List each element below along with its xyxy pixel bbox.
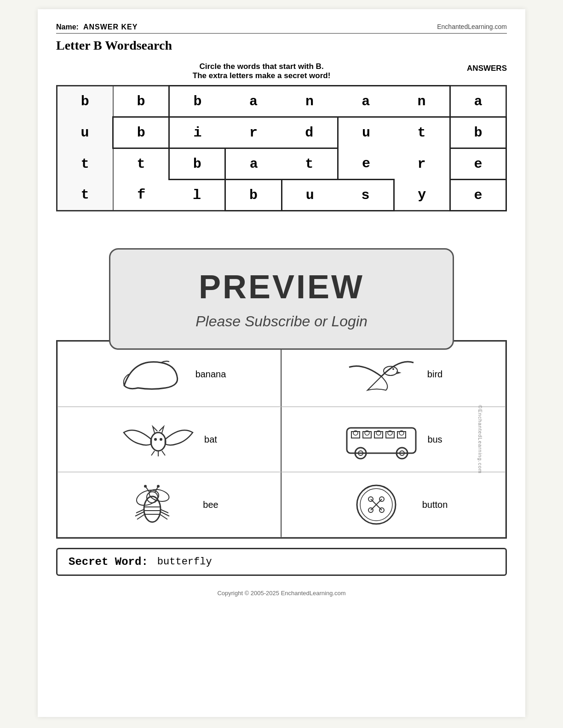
secret-word-box: Secret Word: butterfly (56, 548, 507, 576)
svg-rect-10 (397, 432, 406, 438)
cell-2-3: r (225, 117, 282, 148)
ws-row-4: t f l b u s y e (57, 180, 506, 211)
cell-3-3: a (225, 148, 282, 180)
bus-label: bus (427, 434, 442, 445)
pic-bird: bird (282, 341, 506, 407)
pic-banana: banana (57, 341, 282, 407)
ws-row-2: u b i r d u t b (57, 117, 506, 148)
svg-rect-7 (363, 432, 371, 438)
svg-point-1 (392, 368, 394, 370)
cell-3-4: t (282, 148, 338, 180)
name-section: Name: ANSWER KEY (56, 23, 138, 31)
preview-title: PREVIEW (138, 268, 425, 306)
side-watermark: ©EnchantedLearning.com (477, 405, 483, 473)
site-name: EnchantedLearning.com (437, 23, 507, 30)
cell-1-6: n (394, 86, 450, 117)
name-label: Name: (56, 23, 79, 31)
cell-1-7: a (450, 86, 506, 117)
instruction-line2: The extra letters make a secret word! (56, 71, 467, 80)
page-title: Letter B Wordsearch (56, 38, 507, 53)
cell-1-2: b (169, 86, 225, 117)
footer-copyright: Copyright © 2005-2025 EnchantedLearning.… (56, 590, 507, 597)
cell-4-4: u (282, 180, 338, 211)
cell-3-1: t (113, 148, 169, 180)
name-value: ANSWER KEY (83, 23, 138, 31)
svg-rect-9 (386, 432, 394, 438)
preview-overlay: PREVIEW Please Subscribe or Login (109, 248, 454, 350)
cell-3-7: e (450, 148, 506, 180)
secret-word-value: butterfly (157, 556, 212, 568)
svg-rect-8 (374, 432, 383, 438)
cell-1-3: a (225, 86, 282, 117)
cell-2-2: i (169, 117, 225, 148)
cell-4-6: y (394, 180, 450, 211)
cell-1-4: n (282, 86, 338, 117)
ws-row-3: t t b a t e r e (57, 148, 506, 180)
cell-4-3: b (225, 180, 282, 211)
cell-4-5: s (338, 180, 394, 211)
svg-point-28 (144, 485, 147, 488)
pic-bee: bee (57, 472, 282, 537)
answers-label: ANSWERS (467, 64, 507, 73)
button-drawing (339, 482, 413, 528)
pic-bat: bat (57, 407, 282, 472)
svg-point-30 (157, 485, 160, 488)
cell-3-5: e (338, 148, 394, 180)
cell-1-1: b (113, 86, 169, 117)
bat-label: bat (204, 434, 217, 445)
cell-4-2: l (169, 180, 225, 211)
pictures-section: banana bird (56, 340, 507, 539)
cell-2-6: t (394, 117, 450, 148)
left-t2: t (57, 180, 113, 211)
svg-point-3 (154, 438, 157, 441)
bird-drawing (345, 351, 418, 397)
wordsearch-grid: b b b a n a n a u b i r d u t (56, 85, 507, 211)
cell-3-6: r (394, 148, 450, 180)
banana-drawing (113, 351, 186, 397)
banana-label: banana (195, 369, 226, 380)
left-u: u (57, 117, 113, 148)
page: Name: ANSWER KEY EnchantedLearning.com L… (38, 9, 525, 717)
cell-2-7: b (450, 117, 506, 148)
svg-rect-6 (351, 432, 360, 438)
header: Name: ANSWER KEY EnchantedLearning.com (56, 23, 507, 34)
pic-bus: bus (282, 407, 506, 472)
ws-table: b b b a n a n a u b i r d u t (56, 85, 507, 211)
svg-point-22 (144, 496, 161, 522)
bee-label: bee (203, 500, 218, 510)
bee-drawing (120, 482, 194, 528)
cell-2-5: u (338, 117, 394, 148)
cell-2-4: d (282, 117, 338, 148)
svg-point-4 (160, 438, 162, 441)
bus-drawing (345, 416, 418, 462)
svg-point-2 (151, 432, 166, 451)
cell-1-5: a (338, 86, 394, 117)
preview-subtitle: Please Subscribe or Login (138, 313, 425, 330)
left-t1: t (57, 148, 113, 180)
ws-row-1: b b b a n a n a (57, 86, 506, 117)
pictures-section-wrapper: banana bird (56, 340, 507, 539)
secret-word-label: Secret Word: (69, 556, 148, 568)
cell-4-1: f (113, 180, 169, 211)
bat-drawing (121, 416, 195, 462)
cell-2-1: b (113, 117, 169, 148)
instructions: Circle the words that start with B. The … (56, 62, 507, 80)
instruction-line1: Circle the words that start with B. (56, 62, 467, 71)
bird-label: bird (427, 369, 442, 380)
button-label: button (422, 500, 448, 510)
cell-3-2: b (169, 148, 225, 180)
left-b: b (57, 86, 113, 117)
pic-button: button (282, 472, 506, 537)
cell-4-7: e (450, 180, 506, 211)
